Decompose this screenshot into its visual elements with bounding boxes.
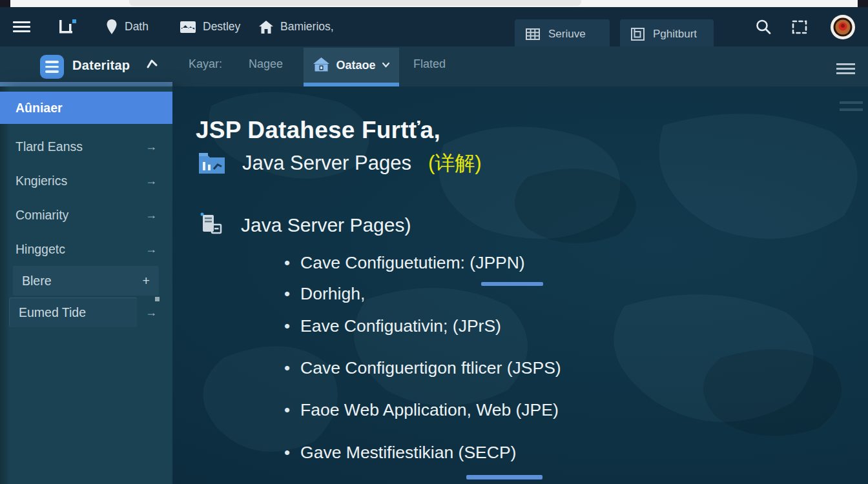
secondary-nav: Dateritap Kayar: Nagee Oataoe [0, 46, 868, 86]
subnav-label: Nagee [249, 57, 283, 71]
caret-down-icon [382, 62, 390, 68]
section-heading: Java Server Pages) [241, 214, 411, 236]
documents-stack-icon [198, 212, 225, 239]
content-menu-icon[interactable] [840, 97, 863, 116]
grid-icon [525, 27, 541, 41]
avatar[interactable] [829, 7, 856, 46]
subnav-item-flated[interactable]: Flated [413, 46, 446, 82]
button-label: Seriuve [548, 28, 586, 41]
topnav-item-dath[interactable]: Dath [105, 7, 149, 46]
app-window: Dath Destley Bamierios, [0, 0, 868, 484]
subnav-item-nagee[interactable]: Nagee [249, 46, 283, 82]
bullet-item: Eave Configuativin; (JPrS) [284, 316, 501, 336]
search-icon[interactable] [754, 7, 772, 46]
button-label: Pghitburt [653, 28, 697, 41]
window-corner-left [0, 0, 10, 7]
sidebar-item-label: Comiarity [16, 208, 68, 223]
subnav-label: Kayar: [189, 57, 222, 71]
page-title: JSP Datahese Furtťa, [196, 117, 440, 144]
window-corner-right [858, 0, 868, 7]
main-content: JSP Datahese Furtťa, Java Server Pages (… [172, 86, 868, 484]
scan-region-icon[interactable] [790, 7, 809, 46]
tab-label: Oataoe [336, 59, 375, 72]
browser-tab-ghost [129, 0, 581, 6]
image-icon [180, 21, 196, 34]
app-logo-icon[interactable] [56, 7, 81, 46]
bullet-text: Faoe Web Application, Web (JPE) [300, 400, 559, 420]
seriuve-button[interactable]: Seriuve [515, 19, 610, 48]
bullet-text: Gave Mestifiestikian (SECP) [300, 443, 516, 463]
sidebar: Aûniaer Tlard Eanss → Kngierics → Comiar… [0, 86, 172, 484]
sidebar-item-tlard-eanss[interactable]: Tlard Eanss → [0, 130, 172, 163]
window-top-strip [0, 0, 868, 7]
expand-arrow-icon: → [145, 208, 157, 222]
plus-icon: + [143, 274, 150, 288]
pghitburt-button[interactable]: Pghitburt [620, 19, 714, 48]
notch [155, 297, 160, 301]
subtitle-row: Java Server Pages (详解) [197, 150, 482, 177]
topnav-item-bamierios[interactable]: Bamierios, [258, 7, 334, 46]
sidebar-item-label: Blere [22, 274, 52, 288]
bullet-text: Dorhigh, [300, 284, 365, 304]
sidebar-item-blere[interactable]: Blere + [13, 266, 159, 296]
bullet-underline [466, 475, 542, 479]
sidebar-item-label: Hinggetc [16, 242, 65, 257]
subtitle-highlight: (详解) [428, 150, 482, 177]
frame-icon [630, 27, 645, 41]
bullet-item: Cave Configuertigon ftlicer (JSPS) [284, 358, 561, 378]
tab-oataoe-active[interactable]: Oataoe [304, 48, 399, 86]
folder-chart-icon [197, 151, 227, 176]
subtitle-text: Java Server Pages [242, 152, 411, 175]
home-icon [258, 20, 274, 34]
bullet-item: Cave Configuetutiem: (JPPN) [284, 253, 525, 273]
sidebar-item-hinggetc[interactable]: Hinggetc → [0, 233, 172, 265]
brand-menu-icon[interactable] [40, 55, 64, 79]
bullet-text: Cave Configuetutiem: (JPPN) [300, 253, 525, 273]
map-pin-icon [105, 19, 118, 35]
topnav-label: Destley [203, 20, 240, 34]
bullet-text: Eave Configuativin; (JPrS) [300, 316, 501, 336]
expand-arrow-icon: → [145, 243, 157, 256]
topnav-label: Bamierios, [280, 20, 334, 34]
eumed-tide-arrow[interactable]: → [0, 297, 172, 327]
sidebar-item-label: Aûniaer [16, 101, 63, 116]
bullet-text: Cave Configuertigon ftlicer (JSPS) [300, 358, 561, 378]
subnav-label: Flated [413, 57, 446, 71]
goto-arrow-icon: → [145, 306, 157, 319]
brand-underline [0, 82, 172, 86]
home-tab-icon [313, 57, 330, 74]
menu-hamburger-icon[interactable] [13, 7, 30, 46]
sidebar-item-label: Tlard Eanss [16, 139, 83, 154]
section-heading-row: Java Server Pages) [198, 212, 411, 239]
subnav-item-kayar[interactable]: Kayar: [189, 46, 222, 82]
topnav-label: Dath [125, 20, 149, 34]
subnav-hamburger-icon[interactable] [836, 61, 855, 77]
sidebar-item-comiarity[interactable]: Comiarity → [0, 199, 172, 231]
brand-title: Dateritap [72, 58, 130, 73]
expand-arrow-icon: → [145, 140, 157, 154]
bullet-item: Dorhigh, [284, 284, 365, 304]
bullet-item: Gave Mestifiestikian (SECP) [284, 443, 516, 463]
expand-arrow-icon: → [145, 174, 157, 188]
sidebar-item-label: Kngierics [16, 174, 67, 188]
bullet-item: Faoe Web Application, Web (JPE) [284, 400, 559, 420]
bullet-underline [481, 282, 543, 286]
sidebar-item-kngierics[interactable]: Kngierics → [0, 165, 172, 197]
top-bar: Dath Destley Bamierios, [0, 7, 868, 46]
sidebar-item-auniaer[interactable]: Aûniaer [0, 92, 172, 124]
topnav-item-destley[interactable]: Destley [180, 7, 240, 46]
collapse-chevron-icon[interactable] [145, 46, 160, 82]
